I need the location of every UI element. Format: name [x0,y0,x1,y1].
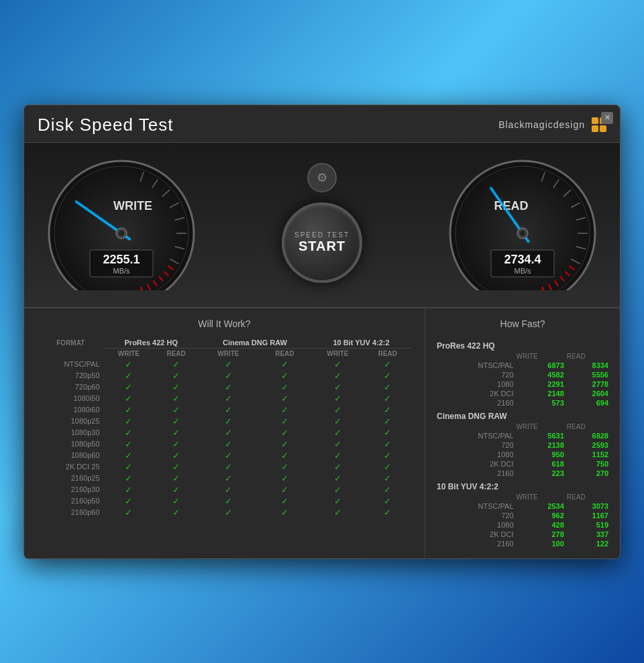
check-mark: ✓ [258,461,311,473]
check-mark: ✓ [311,507,364,518]
check-mark: ✓ [258,450,311,461]
check-mark: ✓ [199,381,258,393]
check-mark: ✓ [364,495,411,507]
check-mark: ✓ [258,473,311,484]
speed-data-row: 108022912778 [435,379,610,389]
check-mark: ✓ [258,404,311,416]
format-row-label: 1080p60 [38,450,104,461]
check-mark: ✓ [199,427,258,438]
prores-read-header: READ [154,348,199,359]
check-mark: ✓ [311,416,364,427]
empty-header [38,348,104,359]
check-mark: ✓ [311,404,364,416]
check-mark: ✓ [154,381,199,393]
close-button[interactable]: ✕ [601,112,613,124]
check-mark: ✓ [154,359,199,370]
check-mark: ✓ [199,438,258,450]
check-mark: ✓ [199,461,258,473]
yuv-write-header: WRITE [311,348,364,359]
settings-button[interactable]: ⚙ [307,163,337,192]
speed-data-row: 2160223270 [435,469,610,478]
check-mark: ✓ [104,450,154,461]
cinema-write-header: WRITE [199,348,258,359]
check-mark: ✓ [154,473,199,484]
check-mark: ✓ [154,416,199,427]
check-mark: ✓ [258,507,311,518]
check-mark: ✓ [311,393,364,404]
check-mark: ✓ [258,393,311,404]
write-gauge-svg: WRITE 2255.1 MB/s [44,156,199,290]
check-mark: ✓ [104,484,154,495]
format-row-label: 2160p30 [38,484,104,495]
cinema-read-header: READ [258,348,311,359]
check-mark: ✓ [199,484,258,495]
check-mark: ✓ [154,370,199,381]
yuv-header: 10 Bit YUV 4:2:2 [311,337,411,349]
check-mark: ✓ [154,393,199,404]
check-mark: ✓ [364,381,411,393]
check-mark: ✓ [154,404,199,416]
brand-dot-3 [592,125,598,132]
cinema-header: Cinema DNG RAW [199,337,311,349]
check-mark: ✓ [154,507,199,518]
format-row-label: 1080p50 [38,438,104,450]
compatibility-table: FORMAT ProRes 422 HQ Cinema DNG RAW 10 B… [38,337,411,518]
check-mark: ✓ [311,381,364,393]
format-row-label: 2160p50 [38,495,104,507]
check-mark: ✓ [104,495,154,507]
window-title: Disk Speed Test [38,115,173,135]
speed-data-row: 2160100122 [435,539,610,548]
format-row-label: NTSC/PAL [38,359,104,370]
check-mark: ✓ [104,370,154,381]
brand-name: Blackmagicdesign [498,119,585,130]
prores-header: ProRes 422 HQ [104,337,199,349]
speed-section-header: ProRes 422 HQ [435,337,610,352]
check-mark: ✓ [199,370,258,381]
check-mark: ✓ [104,381,154,393]
title-bar: Disk Speed Test Blackmagicdesign [24,105,620,143]
left-panel-title: Will It Work? [38,318,411,329]
format-row-label: 1080p25 [38,416,104,427]
svg-point-20 [119,231,124,236]
write-value: 2255.1 [103,253,140,266]
check-mark: ✓ [199,495,258,507]
speed-section-name: 10 Bit YUV 4:2:2 [435,478,610,493]
check-mark: ✓ [104,393,154,404]
check-mark: ✓ [311,495,364,507]
check-mark: ✓ [104,427,154,438]
check-mark: ✓ [311,484,364,495]
check-mark: ✓ [199,404,258,416]
check-mark: ✓ [154,461,199,473]
check-mark: ✓ [104,359,154,370]
check-mark: ✓ [154,427,199,438]
svg-point-42 [520,231,525,236]
speed-data-row: 2160573694 [435,398,610,408]
speed-data-row: 2K DCI278337 [435,530,610,539]
check-mark: ✓ [311,438,364,450]
brand-dot-4 [600,125,606,132]
start-button[interactable]: SPEED TEST START [282,202,362,283]
check-mark: ✓ [154,438,199,450]
speed-section-name: Cinema DNG RAW [435,408,610,422]
check-mark: ✓ [364,461,411,473]
check-mark: ✓ [154,495,199,507]
check-mark: ✓ [199,416,258,427]
read-unit: MB/s [514,267,531,275]
gauge-section: WRITE 2255.1 MB/s ⚙ SPEED TEST [24,143,620,308]
speed-data-row: 1080428519 [435,520,610,530]
format-row-label: 2160p25 [38,473,104,484]
speed-sub-header: WRITEREAD [435,352,610,361]
right-panel: How Fast? ProRes 422 HQWRITEREADNTSC/PAL… [425,308,620,558]
format-row-label: 720p60 [38,381,104,393]
check-mark: ✓ [258,381,311,393]
check-mark: ✓ [364,416,411,427]
check-mark: ✓ [364,438,411,450]
speed-data-row: 10809501152 [435,450,610,459]
check-mark: ✓ [258,370,311,381]
check-mark: ✓ [364,507,411,518]
check-mark: ✓ [258,359,311,370]
main-window: ✕ Disk Speed Test Blackmagicdesign [23,105,621,559]
write-label: WRITE [113,199,152,213]
format-row-label: 2160p60 [38,507,104,518]
brand-area: Blackmagicdesign [498,117,606,132]
